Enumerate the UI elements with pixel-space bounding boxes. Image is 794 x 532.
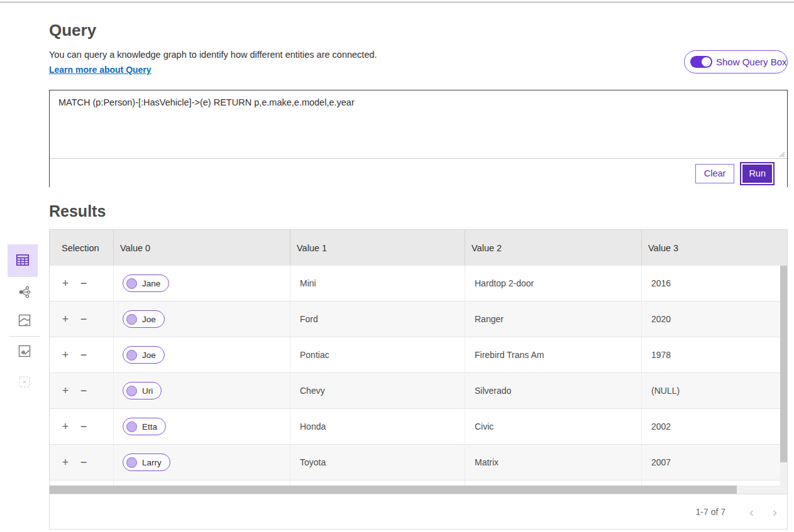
query-page: Query You can query a knowledge graph to…: [0, 0, 794, 532]
cell-value-2: Ranger: [465, 301, 641, 337]
horizontal-scrollbar-thumb[interactable]: [50, 486, 737, 494]
toggle-switch-icon[interactable]: [690, 56, 712, 68]
selection-cell: + −: [50, 266, 113, 301]
entity-cell: Larry: [113, 445, 290, 480]
sidebar-item-new-map-view[interactable]: [16, 344, 33, 360]
table-row: + − Jane Mini Hardtop 2-door 2016: [50, 266, 787, 301]
table-row: + − Joe Ford Ranger 2020: [50, 301, 787, 337]
pagination-next-icon[interactable]: ›: [773, 505, 777, 518]
query-box-footer: Clear Run: [50, 160, 787, 187]
cell-value-1: Ford: [290, 301, 465, 337]
toggle-knob: [702, 57, 711, 67]
entity-pill[interactable]: Etta: [123, 418, 166, 435]
entity-label: Joe: [142, 350, 156, 360]
results-footer: 1-7 of 7 ‹ ›: [50, 494, 787, 529]
toggle-label: Show Query Box: [716, 57, 787, 67]
entity-icon: [126, 314, 137, 325]
resize-handle-icon[interactable]: [778, 149, 785, 160]
cell-value-1: Pontiac: [290, 337, 465, 372]
cell-value-2: Silverado: [465, 373, 641, 408]
new-map-icon: [17, 344, 32, 361]
learn-more-link[interactable]: Learn more about Query: [49, 65, 152, 75]
entity-label: Uri: [142, 386, 153, 396]
sidebar-item-map-view[interactable]: [16, 313, 33, 329]
column-header-value2: Value 2: [465, 230, 641, 266]
remove-from-selection-button[interactable]: −: [79, 313, 88, 325]
cell-value-3: (NULL): [641, 373, 787, 408]
sidebar-divider: [9, 336, 40, 337]
remove-from-selection-button[interactable]: −: [79, 349, 88, 361]
table-row-partial: + −: [50, 480, 787, 486]
entity-pill[interactable]: Larry: [123, 453, 170, 471]
page-title: Query: [49, 21, 96, 40]
add-to-selection-button[interactable]: +: [61, 349, 70, 361]
remove-from-selection-button[interactable]: −: [79, 385, 88, 396]
selection-cell: + −: [50, 409, 113, 444]
column-header-value0: Value 0: [113, 230, 290, 266]
sidebar-item-table-view[interactable]: [8, 244, 38, 277]
vertical-scrollbar[interactable]: [780, 266, 787, 486]
cell-value-1: Toyota: [290, 445, 465, 480]
table-row: + − Joe Pontiac Firebird Trans Am 1978: [50, 337, 787, 373]
entity-label: Joe: [142, 315, 156, 324]
add-to-selection-button[interactable]: +: [61, 278, 70, 289]
selection-cell: + −: [50, 445, 113, 480]
entity-icon: [126, 350, 137, 361]
table-header-row: Selection Value 0 Value 1 Value 2 Value …: [50, 230, 787, 266]
clear-button[interactable]: Clear: [695, 164, 735, 183]
table-icon: [14, 252, 31, 270]
entity-icon: [126, 421, 137, 432]
cell-value-2: Civic: [465, 409, 641, 444]
cell-value-2: [465, 480, 641, 486]
add-to-selection-button[interactable]: +: [61, 313, 70, 325]
table-row: + − Larry Toyota Matrix 2007: [50, 445, 787, 480]
cell-value-3: 1978: [641, 337, 787, 372]
remove-from-selection-button[interactable]: −: [79, 457, 88, 468]
cell-value-3: 2020: [641, 301, 787, 337]
results-panel: Selection Value 0 Value 1 Value 2 Value …: [49, 229, 788, 529]
entity-pill[interactable]: Joe: [123, 346, 165, 364]
pagination-prev-icon[interactable]: ‹: [749, 505, 754, 518]
entity-cell: Joe: [113, 337, 290, 372]
results-title: Results: [49, 202, 106, 220]
column-header-value1: Value 1: [290, 230, 465, 266]
entity-pill[interactable]: Uri: [123, 382, 162, 399]
entity-cell: [113, 480, 290, 486]
entity-pill[interactable]: Jane: [123, 274, 169, 292]
table-body: + − Jane Mini Hardtop 2-door 2016 + − Jo…: [50, 266, 787, 486]
pagination-count: 1-7 of 7: [696, 507, 725, 517]
query-input[interactable]: MATCH (p:Person)-[:HasVehicle]->(e) RETU…: [50, 90, 787, 159]
marquee-select-icon: [17, 374, 32, 391]
query-box: MATCH (p:Person)-[:HasVehicle]->(e) RETU…: [49, 90, 788, 187]
cell-value-3: [641, 480, 787, 486]
entity-icon: [126, 278, 137, 289]
horizontal-scrollbar[interactable]: [50, 486, 787, 494]
remove-from-selection-button[interactable]: −: [79, 421, 88, 432]
cell-value-2: Firebird Trans Am: [465, 337, 641, 372]
vertical-scrollbar-thumb[interactable]: [780, 266, 787, 462]
cell-value-1: Mini: [290, 266, 465, 301]
entity-cell: Etta: [113, 409, 290, 444]
add-to-selection-button[interactable]: +: [61, 385, 70, 396]
add-to-selection-button[interactable]: +: [61, 421, 70, 432]
column-header-selection: Selection: [50, 230, 113, 266]
run-button[interactable]: Run: [740, 162, 775, 185]
sidebar-item-link-chart-view[interactable]: [16, 285, 33, 301]
cell-value-2: Hardtop 2-door: [465, 266, 641, 301]
entity-icon: [126, 457, 137, 468]
selection-cell: + −: [50, 480, 113, 486]
sidebar-item-select-tool: [16, 374, 33, 391]
cell-value-1: [290, 480, 465, 486]
page-description: You can query a knowledge graph to ident…: [49, 50, 377, 60]
selection-cell: + −: [50, 373, 113, 408]
cell-value-3: 2016: [641, 266, 787, 301]
selection-cell: + −: [50, 301, 113, 337]
cell-value-1: Chevy: [290, 373, 465, 408]
show-query-box-toggle[interactable]: Show Query Box: [684, 50, 788, 73]
cell-value-1: Honda: [290, 409, 465, 444]
entity-cell: Jane: [113, 266, 290, 301]
entity-pill[interactable]: Joe: [123, 310, 165, 328]
cell-value-2: Matrix: [465, 445, 641, 480]
add-to-selection-button[interactable]: +: [61, 457, 70, 468]
remove-from-selection-button[interactable]: −: [79, 278, 88, 289]
